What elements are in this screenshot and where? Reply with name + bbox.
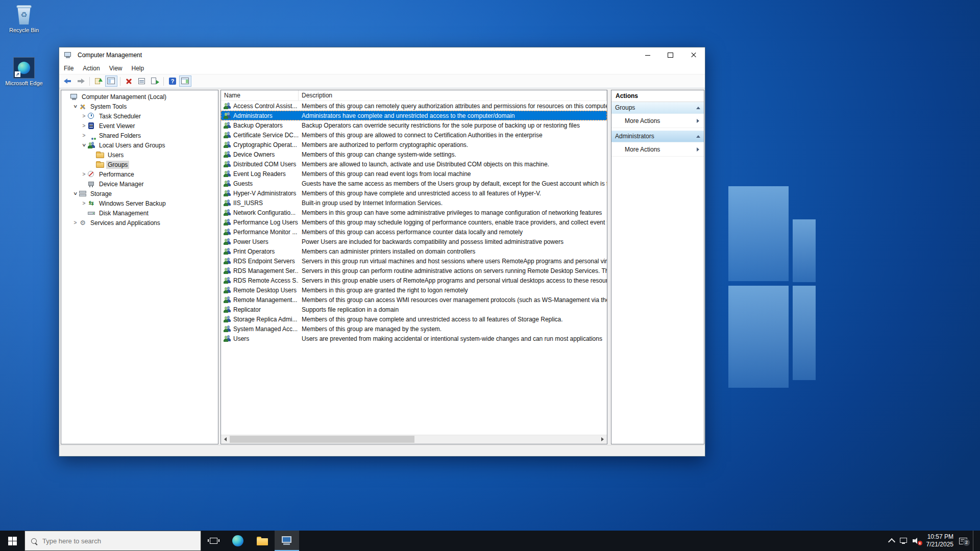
table-row[interactable]: Power UsersPower Users are included for … (221, 237, 607, 246)
network-icon[interactable] (900, 538, 907, 543)
tree-item-windows-server-backup[interactable]: >⇆Windows Server Backup (61, 198, 218, 208)
table-row[interactable]: RDS Management Ser...Servers in this gro… (221, 266, 607, 276)
collapse-arrow-icon[interactable] (696, 107, 700, 109)
delete-button[interactable] (123, 76, 135, 87)
tree-item-storage[interactable]: >Storage (61, 189, 218, 198)
taskbar-search[interactable] (24, 531, 201, 551)
table-row[interactable]: Certificate Service DC...Members of this… (221, 130, 607, 140)
group-name-text: Users (233, 335, 249, 342)
table-row[interactable]: Remote Management...Members of this grou… (221, 295, 607, 305)
tree-item-services-and-applications[interactable]: >⚙Services and Applications (61, 218, 218, 228)
group-description-cell: Built-in group used by Internet Informat… (299, 199, 607, 207)
search-input[interactable] (41, 537, 176, 545)
actions-section-administrators[interactable]: Administrators (611, 131, 704, 142)
table-row[interactable]: Storage Replica Admi...Members of this g… (221, 314, 607, 324)
collapse-arrow-icon[interactable] (696, 135, 700, 138)
table-row[interactable]: Backup OperatorsBackup Operators can ove… (221, 120, 607, 130)
back-button[interactable] (62, 76, 74, 87)
computer-management-app-button[interactable] (275, 531, 299, 551)
tree-item-users[interactable]: Users (61, 150, 218, 160)
taskbar-clock[interactable]: 10:57 PM 7/21/2025 (926, 533, 953, 548)
action-pane-toggle[interactable] (179, 76, 191, 87)
console-tree-toggle[interactable] (105, 76, 117, 87)
scroll-left-arrow[interactable] (221, 435, 230, 443)
table-row[interactable]: Print OperatorsMembers can administer pr… (221, 246, 607, 256)
table-row[interactable]: AdministratorsAdministrators have comple… (221, 111, 607, 120)
tree-item-disk-management[interactable]: Disk Management (61, 208, 218, 218)
table-row[interactable]: Hyper-V AdministratorsMembers of this gr… (221, 188, 607, 198)
group-description-cell: Servers in this group run virtual machin… (299, 258, 607, 265)
table-row[interactable]: Network Configuratio...Members in this g… (221, 208, 607, 217)
scrollbar-thumb[interactable] (230, 436, 414, 443)
maximize-button[interactable] (659, 47, 682, 63)
table-row[interactable]: RDS Remote Access S...Servers in this gr… (221, 276, 607, 285)
expander-collapsed-icon[interactable]: > (81, 171, 87, 177)
table-row[interactable]: Device OwnersMembers of this group can c… (221, 149, 607, 159)
column-header-name[interactable]: Name (221, 90, 299, 101)
table-row[interactable]: Access Control Assist...Members of this … (221, 101, 607, 111)
expander-collapsed-icon[interactable]: > (81, 201, 87, 206)
column-header-description[interactable]: Description (299, 90, 607, 101)
expander-collapsed-icon[interactable]: > (81, 123, 87, 129)
table-row[interactable]: RDS Endpoint ServersServers in this grou… (221, 256, 607, 266)
tree-item-performance[interactable]: >Performance (61, 169, 218, 179)
tree-item-system-tools[interactable]: >System Tools (61, 102, 218, 111)
table-row[interactable]: Event Log ReadersMembers of this group c… (221, 169, 607, 179)
tree-item-local-users-and-groups[interactable]: >Local Users and Groups (61, 140, 218, 150)
close-button[interactable] (682, 47, 705, 63)
expander-collapsed-icon[interactable]: > (81, 113, 87, 119)
actions-section-groups[interactable]: Groups (611, 102, 704, 114)
menu-view[interactable]: View (105, 63, 127, 74)
tree-item-computer-management-local-[interactable]: Computer Management (Local) (61, 92, 218, 102)
up-level-button[interactable] (92, 76, 105, 87)
tree-item-event-viewer[interactable]: >Event Viewer (61, 121, 218, 131)
file-explorer-button[interactable] (250, 531, 275, 551)
tree-item-groups[interactable]: Groups (61, 160, 218, 169)
toolbar-separator (163, 77, 164, 86)
table-row[interactable]: Performance Monitor ...Members of this g… (221, 227, 607, 237)
volume-muted-icon[interactable]: x (913, 537, 921, 544)
group-icon (223, 258, 231, 264)
table-row[interactable]: Distributed COM UsersMembers are allowed… (221, 159, 607, 169)
tree-item-task-scheduler[interactable]: >Task Scheduler (61, 111, 218, 121)
table-row[interactable]: Performance Log UsersMembers of this gro… (221, 217, 607, 227)
tree-item-shared-folders[interactable]: >Shared Folders (61, 131, 218, 140)
expander-collapsed-icon[interactable]: > (81, 133, 87, 138)
task-view-button[interactable] (201, 531, 226, 551)
forward-button[interactable] (75, 76, 87, 87)
table-row[interactable]: GuestsGuests have the same access as mem… (221, 179, 607, 188)
action-center-icon[interactable]: 2 (959, 538, 967, 544)
expander-expanded-icon[interactable]: > (81, 142, 87, 148)
more-actions-item[interactable]: More Actions (611, 142, 704, 157)
more-actions-item[interactable]: More Actions (611, 114, 704, 128)
export-list-button[interactable] (149, 76, 161, 87)
table-row[interactable]: Cryptographic Operat...Members are autho… (221, 140, 607, 149)
scroll-right-arrow[interactable] (598, 435, 607, 443)
show-desktop-button[interactable] (973, 531, 976, 551)
menu-file[interactable]: File (59, 63, 78, 74)
desktop-icon-edge[interactable]: ↗Microsoft Edge (4, 57, 44, 86)
tray-overflow-chevron-icon[interactable] (888, 538, 895, 545)
minimize-button[interactable] (636, 47, 659, 63)
tree-item-device-manager[interactable]: Device Manager (61, 179, 218, 189)
expander-expanded-icon[interactable]: > (72, 103, 78, 110)
title-bar[interactable]: Computer Management (59, 47, 705, 63)
submenu-arrow-icon (697, 119, 699, 123)
group-icon (223, 325, 231, 332)
expander-collapsed-icon[interactable]: > (72, 220, 79, 226)
start-button[interactable] (0, 531, 24, 551)
properties-button[interactable] (136, 76, 148, 87)
menu-action[interactable]: Action (78, 63, 104, 74)
table-row[interactable]: System Managed Acc...Members of this gro… (221, 324, 607, 334)
horizontal-scrollbar[interactable] (221, 435, 607, 444)
table-row[interactable]: UsersUsers are prevented from making acc… (221, 334, 607, 343)
desktop-icon-recycle-bin[interactable]: ♻Recycle Bin (4, 4, 44, 33)
help-button[interactable] (166, 76, 179, 87)
table-row[interactable]: IIS_IUSRSBuilt-in group used by Internet… (221, 198, 607, 208)
expander-expanded-icon[interactable]: > (72, 190, 78, 197)
shortcut-arrow-icon: ↗ (15, 71, 20, 77)
table-row[interactable]: Remote Desktop UsersMembers in this grou… (221, 285, 607, 295)
edge-app-button[interactable] (226, 531, 250, 551)
table-row[interactable]: ReplicatorSupports file replication in a… (221, 305, 607, 314)
menu-help[interactable]: Help (127, 63, 149, 74)
